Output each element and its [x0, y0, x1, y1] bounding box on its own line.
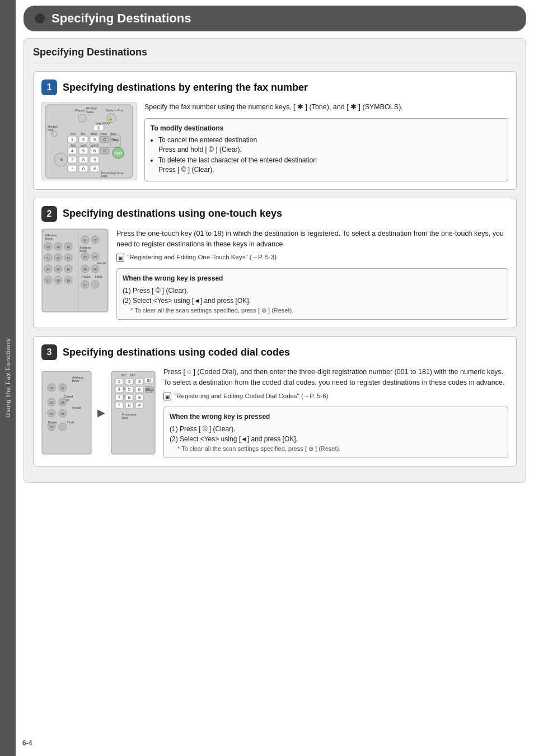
svg-text:16: 16: [67, 268, 70, 271]
svg-text:07: 07: [50, 426, 53, 429]
svg-text:Secure Print: Secure Print: [106, 109, 124, 112]
svg-text:17: 17: [46, 279, 50, 282]
section-3-title: Specifying destinations using coded dial…: [63, 347, 290, 358]
section-2-title: Specifying destinations using one-touch …: [63, 208, 282, 220]
section-2-warn-line-3: * To clear all the scan settings specifi…: [130, 306, 502, 315]
section-3-warn-line-1: (1) Press [ © ] (Clear).: [170, 424, 502, 434]
svg-text:Data: Data: [122, 416, 128, 419]
section-3-warn-title: When the wrong key is pressed: [170, 412, 502, 422]
svg-text:4: 4: [118, 387, 121, 392]
svg-text:Report: Report: [75, 109, 85, 112]
svg-text:WXYZ: WXYZ: [91, 144, 99, 147]
section-3-title-bar: 3 Specifying destinations using coded di…: [41, 344, 508, 360]
section-3: 3 Specifying destinations using coded di…: [33, 336, 517, 466]
svg-text:19: 19: [67, 279, 70, 282]
svg-text:06: 06: [61, 412, 64, 416]
section-3-warn-box: When the wrong key is pressed (1) Press …: [163, 407, 508, 459]
section-1-title-bar: 1 Specifying destinations by entering th…: [41, 80, 508, 95]
content-box: Specifying Destinations 1 Specifying des…: [24, 38, 526, 483]
svg-text:3: 3: [138, 379, 141, 384]
svg-text:03: 03: [50, 401, 53, 404]
svg-text:Recall: Recall: [72, 406, 81, 409]
svg-text:01: 01: [83, 239, 87, 242]
content-title: Specifying Destinations: [33, 46, 517, 63]
keypad-image-1: Report Energy Save Secure Print 🔒 Log In…: [41, 102, 137, 180]
section-2-title-bar: 2 Specifying destinations using one-touc…: [41, 206, 508, 222]
svg-text:Error: Error: [117, 171, 123, 175]
svg-text:8: 8: [82, 157, 85, 162]
svg-text:8: 8: [128, 395, 131, 400]
ref-icon-1: ▣: [116, 254, 124, 262]
svg-text:12: 12: [57, 256, 60, 260]
svg-text:Recall: Recall: [97, 262, 106, 265]
svg-text:14: 14: [46, 268, 50, 271]
svg-text:Stop: Stop: [146, 388, 154, 392]
section-1-content: Report Energy Save Secure Print 🔒 Log In…: [41, 102, 508, 181]
arrow-right: ▶: [97, 407, 105, 419]
svg-text:01: 01: [50, 386, 53, 390]
svg-text:9: 9: [93, 157, 96, 162]
onetouch-svg: Address Book 08 09 10 11: [41, 228, 109, 312]
section-1-image: Report Energy Save Secure Print 🔒 Log In…: [41, 102, 137, 181]
section-3-content: Address Book 01 02 Coded Dial 03 04 Reca…: [41, 367, 508, 458]
section-2-warn-title: When the wrong key is pressed: [123, 273, 502, 283]
svg-text:2: 2: [128, 379, 131, 384]
main-content: Specifying Destinations Specifying Desti…: [16, 0, 534, 494]
section-1-body: Specify the fax number using the numeric…: [144, 102, 508, 113]
svg-text:C: C: [103, 138, 106, 142]
svg-text:15: 15: [57, 268, 60, 271]
svg-text:4: 4: [71, 148, 74, 153]
section-1-info-item-1: To cancel the entered destinationPress a…: [158, 136, 502, 155]
svg-text:Log In/Out: Log In/Out: [96, 122, 110, 125]
section-2-text: Press the one-touch key (01 to 19) in wh…: [116, 228, 508, 320]
sidebar: Using the Fax Functions: [0, 0, 16, 756]
svg-text:07: 07: [83, 283, 87, 287]
svg-text:02: 02: [61, 386, 64, 390]
svg-text:5: 5: [128, 387, 131, 392]
svg-text:Stop: Stop: [111, 138, 120, 142]
svg-text:2: 2: [82, 137, 85, 142]
codeddial-right-svg: ABC DEF 1 2 3 ID MNO: [111, 371, 156, 455]
svg-point-13: [51, 131, 57, 137]
codeddial-left-svg: Address Book 01 02 Coded Dial 03 04 Reca…: [41, 371, 92, 455]
section-1-info-list: To cancel the entered destinationPress a…: [158, 136, 502, 175]
svg-text:DEF: DEF: [130, 374, 135, 377]
svg-text:9: 9: [138, 395, 141, 400]
svg-text:08: 08: [46, 245, 50, 249]
header-bullet: [35, 13, 45, 24]
section-3-text: Press [ ○ ] (Coded Dial), and then enter…: [163, 367, 508, 458]
svg-text:7: 7: [71, 157, 74, 162]
svg-text:GHI: GHI: [71, 132, 76, 136]
section-1-title: Specifying destinations by entering the …: [63, 82, 308, 94]
svg-text:WXY: WXY: [81, 144, 87, 147]
svg-text:Data: Data: [101, 174, 107, 178]
section-1-number: 1: [41, 80, 57, 95]
svg-text:10: 10: [67, 245, 70, 249]
svg-text:Hook: Hook: [95, 275, 102, 278]
svg-text:1: 1: [71, 137, 74, 142]
svg-text:Start: Start: [114, 151, 123, 155]
section-1-info-title: To modify destinations: [151, 123, 502, 133]
svg-text:🔒: 🔒: [108, 116, 113, 121]
sidebar-label: Using the Fax Functions: [4, 338, 11, 418]
section-2-warn-box: When the wrong key is pressed (1) Press …: [116, 268, 508, 320]
svg-text:09: 09: [57, 245, 60, 249]
keypad-svg-1: Report Energy Save Secure Print 🔒 Log In…: [44, 104, 134, 179]
svg-text:MNO: MNO: [91, 132, 97, 136]
svg-text:6: 6: [138, 387, 141, 392]
section-2-warn-line-2: (2) Select <Yes> using [◄] and press [OK…: [123, 296, 502, 306]
svg-text:JKL: JKL: [81, 132, 86, 136]
svg-text:04: 04: [61, 401, 64, 404]
svg-text:Energy: Energy: [86, 106, 97, 110]
section-3-ref: ▣ "Registering and Editing Coded Dial Co…: [163, 391, 508, 401]
section-2-content: Address Book 08 09 10 11: [41, 228, 508, 320]
section-1-text: Specify the fax number using the numeric…: [144, 102, 508, 181]
svg-text:05: 05: [83, 268, 87, 271]
page-number: 6-4: [22, 739, 32, 747]
svg-text:11: 11: [46, 256, 50, 260]
svg-point-107: [91, 281, 99, 288]
svg-text:*: *: [71, 166, 73, 171]
svg-text:*: *: [118, 403, 120, 408]
svg-text:Book: Book: [79, 249, 87, 253]
section-2-ref: ▣ "Registering and Editing One-Touch Key…: [116, 253, 508, 262]
